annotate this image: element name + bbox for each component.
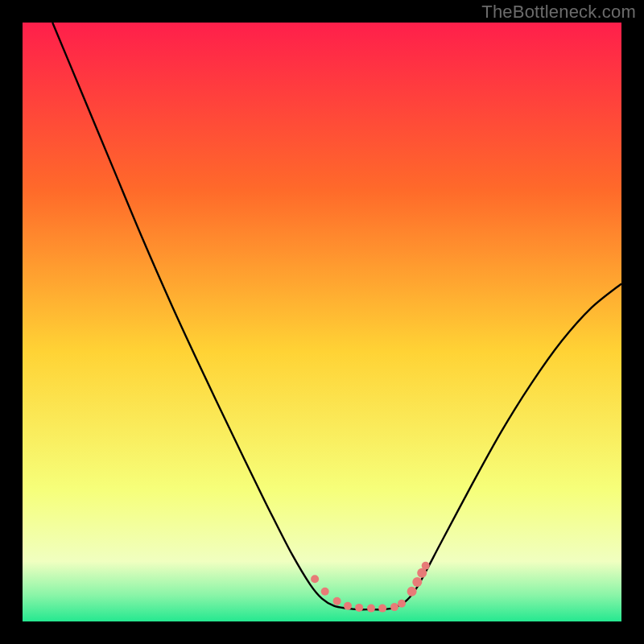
curve-marker: [355, 604, 363, 612]
watermark-text: TheBottleneck.com: [481, 2, 636, 23]
curve-marker: [398, 600, 406, 608]
curve-marker: [412, 577, 422, 587]
curve-marker: [407, 587, 417, 597]
curve-marker: [311, 575, 319, 583]
curve-marker: [367, 605, 375, 613]
plot-area: [23, 23, 621, 621]
bottleneck-curve: [23, 23, 621, 621]
curve-marker: [378, 605, 386, 613]
curve-marker: [390, 603, 398, 611]
curve-marker: [422, 562, 430, 570]
curve-marker: [321, 588, 329, 596]
curve-marker: [333, 597, 341, 605]
curve-marker: [344, 602, 352, 610]
chart-frame: TheBottleneck.com: [0, 0, 644, 644]
